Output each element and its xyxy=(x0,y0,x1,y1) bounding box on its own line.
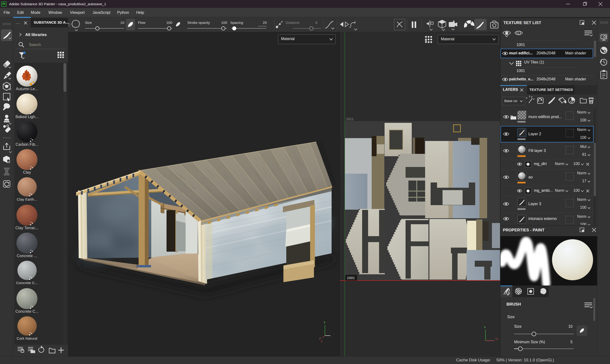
svg-text:U: U xyxy=(495,337,498,341)
svg-text:v: v xyxy=(484,325,486,329)
svg-text:Y: Y xyxy=(324,321,326,325)
svg-text:1011: 1011 xyxy=(346,117,353,121)
svg-text:i: i xyxy=(426,39,427,43)
svg-text:X: X xyxy=(321,340,323,343)
svg-text:1001: 1001 xyxy=(347,276,355,280)
svg-text:1: 1 xyxy=(518,31,519,35)
svg-text:Z: Z xyxy=(319,337,321,340)
